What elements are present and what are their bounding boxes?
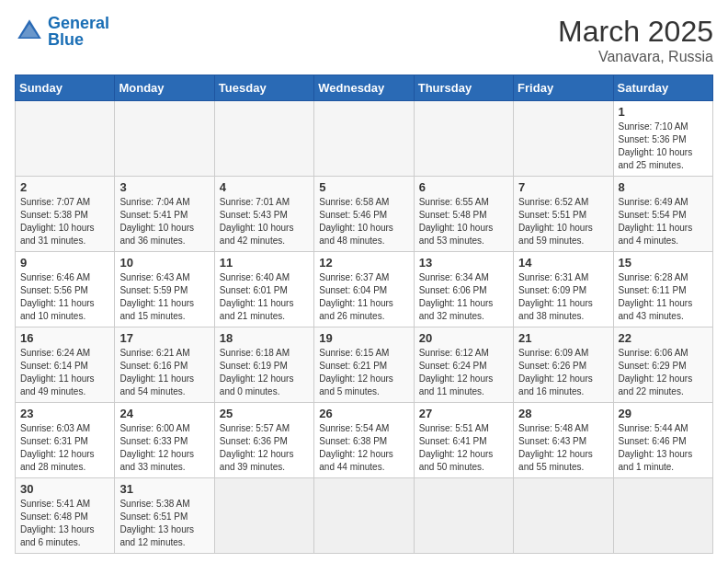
calendar-cell xyxy=(414,101,513,177)
calendar-cell: 13Sunrise: 6:34 AM Sunset: 6:06 PM Dayli… xyxy=(414,252,513,327)
day-number: 1 xyxy=(619,105,708,119)
day-number: 24 xyxy=(119,407,209,420)
calendar-cell xyxy=(16,101,115,177)
calendar-week-row: 2Sunrise: 7:07 AM Sunset: 5:38 PM Daylig… xyxy=(16,177,713,252)
month-year: March 2025 xyxy=(558,15,713,49)
calendar-cell: 17Sunrise: 6:21 AM Sunset: 6:16 PM Dayli… xyxy=(115,327,214,403)
calendar-cell: 1Sunrise: 7:10 AM Sunset: 5:36 PM Daylig… xyxy=(613,101,712,177)
calendar-week-row: 16Sunrise: 6:24 AM Sunset: 6:14 PM Dayli… xyxy=(16,327,713,403)
calendar-cell: 29Sunrise: 5:44 AM Sunset: 6:46 PM Dayli… xyxy=(613,403,712,478)
day-info: Sunrise: 6:31 AM Sunset: 6:09 PM Dayligh… xyxy=(518,271,608,323)
calendar-cell: 4Sunrise: 7:01 AM Sunset: 5:43 PM Daylig… xyxy=(214,177,313,252)
calendar-cell: 22Sunrise: 6:06 AM Sunset: 6:29 PM Dayli… xyxy=(613,327,712,403)
column-header-friday: Friday xyxy=(514,75,613,101)
calendar-cell xyxy=(414,478,513,554)
day-info: Sunrise: 6:06 AM Sunset: 6:29 PM Dayligh… xyxy=(619,347,708,398)
day-number: 13 xyxy=(419,256,508,270)
column-header-tuesday: Tuesday xyxy=(214,75,313,101)
day-number: 16 xyxy=(20,331,109,345)
calendar-week-row: 1Sunrise: 7:10 AM Sunset: 5:36 PM Daylig… xyxy=(16,101,713,177)
calendar-cell: 15Sunrise: 6:28 AM Sunset: 6:11 PM Dayli… xyxy=(613,252,712,327)
location: Vanavara, Russia xyxy=(558,49,713,65)
day-info: Sunrise: 5:48 AM Sunset: 6:43 PM Dayligh… xyxy=(518,422,608,474)
day-info: Sunrise: 6:09 AM Sunset: 6:26 PM Dayligh… xyxy=(518,347,608,398)
day-info: Sunrise: 6:00 AM Sunset: 6:33 PM Dayligh… xyxy=(119,422,209,474)
calendar-cell: 23Sunrise: 6:03 AM Sunset: 6:31 PM Dayli… xyxy=(16,403,115,478)
calendar-cell xyxy=(214,478,313,554)
day-info: Sunrise: 5:54 AM Sunset: 6:38 PM Dayligh… xyxy=(319,422,408,474)
calendar-cell: 9Sunrise: 6:46 AM Sunset: 5:56 PM Daylig… xyxy=(16,252,115,327)
day-number: 30 xyxy=(20,482,109,496)
day-number: 4 xyxy=(220,180,309,194)
column-header-monday: Monday xyxy=(115,75,214,101)
calendar-cell: 12Sunrise: 6:37 AM Sunset: 6:04 PM Dayli… xyxy=(314,252,414,327)
day-number: 29 xyxy=(619,407,708,420)
day-number: 5 xyxy=(319,180,408,194)
day-number: 10 xyxy=(119,256,209,270)
calendar-cell: 21Sunrise: 6:09 AM Sunset: 6:26 PM Dayli… xyxy=(514,327,613,403)
day-info: Sunrise: 6:18 AM Sunset: 6:19 PM Dayligh… xyxy=(220,347,309,398)
day-number: 11 xyxy=(220,256,309,270)
column-header-saturday: Saturday xyxy=(613,75,712,101)
day-info: Sunrise: 6:28 AM Sunset: 6:11 PM Dayligh… xyxy=(619,271,708,323)
day-info: Sunrise: 6:49 AM Sunset: 5:54 PM Dayligh… xyxy=(619,196,708,247)
day-number: 23 xyxy=(20,407,109,420)
day-info: Sunrise: 5:44 AM Sunset: 6:46 PM Dayligh… xyxy=(619,422,708,474)
day-info: Sunrise: 6:58 AM Sunset: 5:46 PM Dayligh… xyxy=(319,196,408,247)
calendar-cell: 5Sunrise: 6:58 AM Sunset: 5:46 PM Daylig… xyxy=(314,177,414,252)
day-number: 14 xyxy=(518,256,608,270)
day-info: Sunrise: 7:01 AM Sunset: 5:43 PM Dayligh… xyxy=(220,196,309,247)
page-header: GeneralBlue March 2025 Vanavara, Russia xyxy=(15,15,713,65)
logo: GeneralBlue xyxy=(15,15,109,48)
calendar-cell: 19Sunrise: 6:15 AM Sunset: 6:21 PM Dayli… xyxy=(314,327,414,403)
day-number: 22 xyxy=(619,331,708,345)
day-info: Sunrise: 6:52 AM Sunset: 5:51 PM Dayligh… xyxy=(518,196,608,247)
day-number: 2 xyxy=(20,180,109,194)
day-info: Sunrise: 6:03 AM Sunset: 6:31 PM Dayligh… xyxy=(20,422,109,474)
day-info: Sunrise: 6:43 AM Sunset: 5:59 PM Dayligh… xyxy=(119,271,209,323)
day-number: 20 xyxy=(419,331,508,345)
day-number: 25 xyxy=(220,407,309,420)
calendar-cell xyxy=(514,478,613,554)
calendar-cell: 20Sunrise: 6:12 AM Sunset: 6:24 PM Dayli… xyxy=(414,327,513,403)
logo-text: GeneralBlue xyxy=(48,15,109,48)
calendar-cell: 11Sunrise: 6:40 AM Sunset: 6:01 PM Dayli… xyxy=(214,252,313,327)
day-info: Sunrise: 5:51 AM Sunset: 6:41 PM Dayligh… xyxy=(419,422,508,474)
day-number: 7 xyxy=(518,180,608,194)
calendar-cell: 24Sunrise: 6:00 AM Sunset: 6:33 PM Dayli… xyxy=(115,403,214,478)
day-number: 26 xyxy=(319,407,408,420)
calendar-week-row: 30Sunrise: 5:41 AM Sunset: 6:48 PM Dayli… xyxy=(16,478,713,554)
calendar-cell: 14Sunrise: 6:31 AM Sunset: 6:09 PM Dayli… xyxy=(514,252,613,327)
calendar-cell: 3Sunrise: 7:04 AM Sunset: 5:41 PM Daylig… xyxy=(115,177,214,252)
column-header-wednesday: Wednesday xyxy=(314,75,414,101)
day-info: Sunrise: 6:40 AM Sunset: 6:01 PM Dayligh… xyxy=(220,271,309,323)
day-info: Sunrise: 5:41 AM Sunset: 6:48 PM Dayligh… xyxy=(20,498,109,549)
column-header-thursday: Thursday xyxy=(414,75,513,101)
calendar-cell xyxy=(115,101,214,177)
day-info: Sunrise: 6:34 AM Sunset: 6:06 PM Dayligh… xyxy=(419,271,508,323)
calendar-cell: 25Sunrise: 5:57 AM Sunset: 6:36 PM Dayli… xyxy=(214,403,313,478)
calendar-cell xyxy=(514,101,613,177)
day-info: Sunrise: 6:46 AM Sunset: 5:56 PM Dayligh… xyxy=(20,271,109,323)
day-number: 8 xyxy=(619,180,708,194)
day-number: 6 xyxy=(419,180,508,194)
calendar-cell xyxy=(613,478,712,554)
day-info: Sunrise: 7:07 AM Sunset: 5:38 PM Dayligh… xyxy=(20,196,109,247)
day-info: Sunrise: 5:57 AM Sunset: 6:36 PM Dayligh… xyxy=(220,422,309,474)
calendar-week-row: 23Sunrise: 6:03 AM Sunset: 6:31 PM Dayli… xyxy=(16,403,713,478)
day-info: Sunrise: 6:21 AM Sunset: 6:16 PM Dayligh… xyxy=(119,347,209,398)
day-number: 21 xyxy=(518,331,608,345)
day-info: Sunrise: 7:10 AM Sunset: 5:36 PM Dayligh… xyxy=(619,121,708,172)
calendar-cell: 30Sunrise: 5:41 AM Sunset: 6:48 PM Dayli… xyxy=(16,478,115,554)
day-info: Sunrise: 6:55 AM Sunset: 5:48 PM Dayligh… xyxy=(419,196,508,247)
day-info: Sunrise: 6:37 AM Sunset: 6:04 PM Dayligh… xyxy=(319,271,408,323)
calendar-cell: 8Sunrise: 6:49 AM Sunset: 5:54 PM Daylig… xyxy=(613,177,712,252)
day-number: 12 xyxy=(319,256,408,270)
calendar-header-row: SundayMondayTuesdayWednesdayThursdayFrid… xyxy=(16,75,713,101)
calendar-cell: 16Sunrise: 6:24 AM Sunset: 6:14 PM Dayli… xyxy=(16,327,115,403)
calendar-cell xyxy=(214,101,313,177)
day-number: 28 xyxy=(518,407,608,420)
calendar-cell xyxy=(314,478,414,554)
day-info: Sunrise: 6:24 AM Sunset: 6:14 PM Dayligh… xyxy=(20,347,109,398)
calendar-cell: 18Sunrise: 6:18 AM Sunset: 6:19 PM Dayli… xyxy=(214,327,313,403)
